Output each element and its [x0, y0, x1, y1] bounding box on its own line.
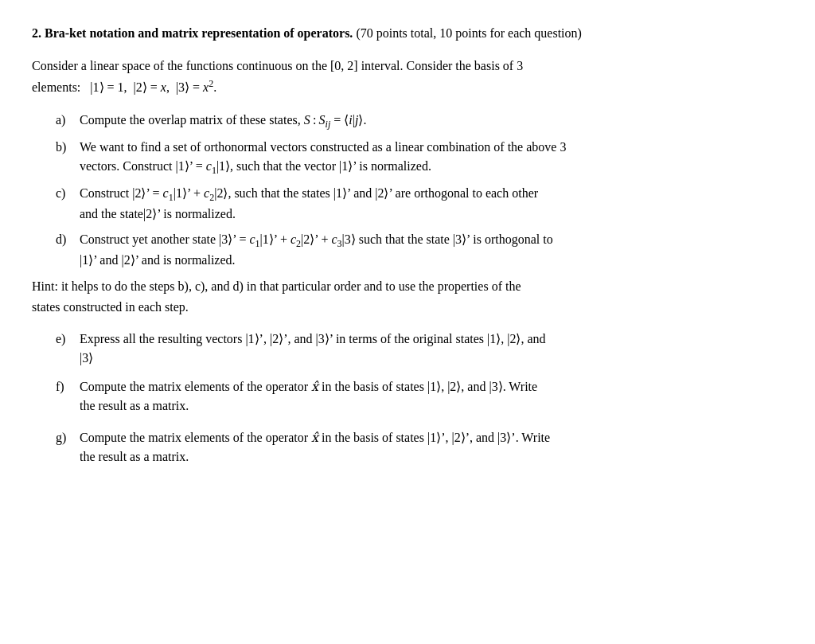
part-a-content: Compute the overlap matrix of these stat…: [80, 111, 783, 131]
problem-header: 2. Bra-ket notation and matrix represent…: [32, 24, 783, 43]
part-a: a) Compute the overlap matrix of these s…: [56, 111, 783, 131]
intro-text: Consider a linear space of the functions…: [32, 56, 783, 98]
part-g-label: g): [56, 428, 80, 466]
part-d-label: d): [56, 230, 80, 270]
problem-number: 2. Bra-ket notation and matrix represent…: [32, 26, 353, 40]
part-a-row: a) Compute the overlap matrix of these s…: [56, 111, 783, 131]
part-d-row: d) Construct yet another state |3⟩’ = c1…: [56, 230, 783, 270]
part-c-content: Construct |2⟩’ = c1|1⟩’ + c2|2⟩, such th…: [80, 184, 783, 224]
part-g: g) Compute the matrix elements of the op…: [56, 428, 783, 466]
part-e-label: e): [56, 330, 80, 368]
hint-text: Hint: it helps to do the steps b), c), a…: [32, 276, 783, 317]
part-c-label: c): [56, 184, 80, 224]
problem-points: (70 points total, 10 points for each que…: [356, 26, 582, 40]
part-d: d) Construct yet another state |3⟩’ = c1…: [56, 230, 783, 270]
part-e-row: e) Express all the resulting vectors |1⟩…: [56, 330, 783, 368]
part-g-content: Compute the matrix elements of the opera…: [80, 428, 783, 466]
part-b-row: b) We want to find a set of orthonormal …: [56, 138, 783, 178]
part-c-row: c) Construct |2⟩’ = c1|1⟩’ + c2|2⟩, such…: [56, 184, 783, 224]
part-c: c) Construct |2⟩’ = c1|1⟩’ + c2|2⟩, such…: [56, 184, 783, 224]
part-e: e) Express all the resulting vectors |1⟩…: [56, 330, 783, 368]
intro-line2: elements: |1⟩ = 1, |2⟩ = x, |3⟩ = x2.: [32, 80, 216, 94]
part-f-content: Compute the matrix elements of the opera…: [80, 377, 783, 416]
part-e-content: Express all the resulting vectors |1⟩’, …: [80, 330, 783, 368]
part-f: f) Compute the matrix elements of the op…: [56, 377, 783, 416]
parts-container: a) Compute the overlap matrix of these s…: [32, 111, 783, 271]
part-d-content: Construct yet another state |3⟩’ = c1|1⟩…: [80, 230, 783, 270]
part-g-row: g) Compute the matrix elements of the op…: [56, 428, 783, 466]
hint-line2: states constructed in each step.: [32, 300, 189, 314]
part-b-label: b): [56, 138, 80, 178]
part-f-label: f): [56, 377, 80, 416]
part-f-row: f) Compute the matrix elements of the op…: [56, 377, 783, 416]
intro-line1: Consider a linear space of the functions…: [32, 59, 523, 72]
part-a-label: a): [56, 111, 80, 131]
part-b-content: We want to find a set of orthonormal vec…: [80, 138, 783, 178]
hint-line1: Hint: it helps to do the steps b), c), a…: [32, 279, 521, 293]
part-b: b) We want to find a set of orthonormal …: [56, 138, 783, 178]
problem-container: 2. Bra-ket notation and matrix represent…: [32, 24, 783, 466]
